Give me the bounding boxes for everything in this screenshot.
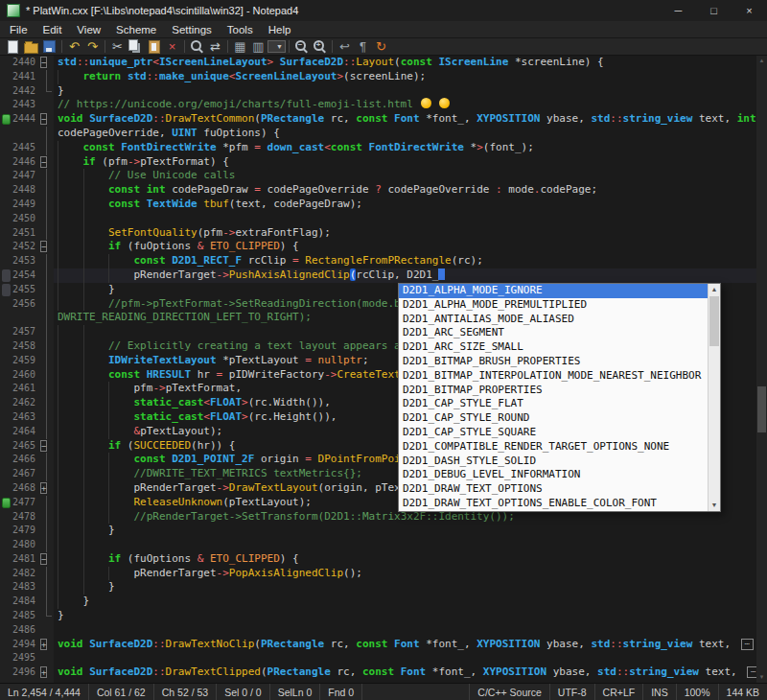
autocomplete-item[interactable]: D2D1_CAP_STYLE_ROUND [399,411,708,426]
status-zoom-level[interactable]: 100% [676,684,718,700]
line-number[interactable]: 2451 [12,226,40,241]
bookmark-margin-cell[interactable] [0,268,12,283]
code-text[interactable]: const FontDirectWrite *pfm = down_cast<c… [54,141,756,155]
status-character[interactable]: Ch 52 / 53 [154,684,217,700]
bookmark-margin-cell[interactable] [0,595,12,609]
fold-margin-cell[interactable] [40,382,54,396]
line-number[interactable]: 2464 [12,425,40,439]
autocomplete-item[interactable]: D2D1_CAP_STYLE_FLAT [399,397,708,411]
line-number[interactable]: 2482 [12,567,40,581]
status-position[interactable]: Ln 2,454 / 4,444 [0,684,89,700]
line-number[interactable]: 2446 [12,155,40,170]
line-number[interactable]: 2456 [12,297,40,312]
line-number[interactable]: 2477 [12,496,40,510]
autocomplete-item[interactable]: D2D1_ARC_SEGMENT [399,326,708,340]
fold-margin-cell[interactable] [40,141,54,155]
bookmark-margin-cell[interactable] [0,524,12,538]
fold-collapse-icon[interactable]: − [40,553,47,565]
line-number[interactable]: 2448 [12,183,40,198]
fold-expand-icon[interactable]: + [40,639,47,650]
fold-margin-cell[interactable] [40,538,54,552]
line-number[interactable]: 2462 [12,396,40,410]
fold-margin-cell[interactable] [40,453,54,467]
fold-expand-icon[interactable]: + [40,666,47,678]
line-number[interactable]: 2494 [12,638,40,652]
fold-collapse-icon[interactable]: − [40,57,47,68]
toggle-whitespace-button[interactable]: ▦ [231,38,249,55]
autocomplete-scroll-thumb[interactable] [709,296,719,346]
autocomplete-item[interactable]: D2D1_ANTIALIAS_MODE_ALIASED [399,313,708,327]
line-number[interactable]: 2455 [12,283,40,297]
fold-margin-cell[interactable]: − [40,155,54,170]
line-number[interactable]: 2443 [12,98,40,112]
line-number[interactable]: 2459 [12,354,40,368]
fold-margin-cell[interactable] [40,325,54,339]
fold-margin-cell[interactable] [40,183,54,198]
code-text[interactable]: std::unique_ptr<IScreenLineLayout> Surfa… [54,56,756,70]
code-text[interactable]: const TextWide tbuf(text, codePageDraw); [54,198,756,212]
bookmark-margin-cell[interactable] [0,567,12,581]
autocomplete-item[interactable]: D2D1_ARC_SIZE_SMALL [399,340,708,355]
code-text[interactable] [54,651,756,665]
code-text[interactable]: void SurfaceD2D::DrawTextNoClip(PRectang… [54,638,756,652]
editor[interactable]: 2440−std::unique_ptr<IScreenLineLayout> … [0,56,767,683]
code-text[interactable]: SetFontQuality(pfm->extraFontFlag); [54,226,756,241]
title-bar[interactable]: * PlatWin.cxx [F:\Libs\notepad4\scintill… [0,0,767,21]
bookmark-margin-cell[interactable] [0,183,12,198]
replace-button[interactable]: ⇄ [206,38,224,55]
line-number[interactable]: 2463 [12,410,40,425]
status-syntax-scheme[interactable]: C/C++ Source [469,684,549,700]
line-number[interactable]: 2485 [12,609,40,623]
fold-margin-cell[interactable] [40,580,54,595]
line-number[interactable]: 2496 [12,665,40,680]
autocomplete-item[interactable]: D2D1_BITMAP_PROPERTIES [399,384,708,398]
copy-button[interactable] [127,38,145,55]
code-text[interactable] [54,538,756,552]
line-number[interactable]: 2458 [12,339,40,354]
menu-tools[interactable]: Tools [220,21,261,37]
line-number[interactable]: 2445 [12,141,40,155]
bookmark-margin-cell[interactable] [0,382,12,396]
line-number[interactable]: 2486 [12,623,40,638]
bookmark-margin-cell[interactable] [0,112,12,127]
fold-margin-cell[interactable]: + [40,638,54,652]
bookmark-margin-cell[interactable] [0,127,12,141]
status-overtype-mode[interactable]: INS [642,684,676,700]
code-text[interactable]: if (fuOptions & ETO_CLIPPED) { [54,552,756,567]
paste-button[interactable] [145,38,163,55]
fold-margin-cell[interactable] [40,226,54,241]
close-button[interactable]: × [732,0,767,21]
menu-settings[interactable]: Settings [164,21,220,37]
bookmark-margin-cell[interactable] [0,481,12,496]
minimize-button[interactable]: ─ [661,0,696,21]
code-text[interactable] [54,212,756,226]
fold-margin-cell[interactable] [40,98,54,112]
word-wrap-button[interactable]: ↩ [336,38,354,55]
status-selected-lines[interactable]: SelLn 0 [270,684,321,700]
fold-margin-cell[interactable]: − [40,240,54,254]
fold-margin-cell[interactable] [40,410,54,425]
line-number[interactable]: 2450 [12,212,40,226]
code-text[interactable]: pRenderTarget->PushAxisAlignedClip(rcCli… [54,268,756,283]
fold-margin-cell[interactable] [40,127,54,141]
autocomplete-item[interactable]: D2D1_DEBUG_LEVEL_INFORMATION [399,468,708,482]
fold-margin-cell[interactable] [40,354,54,368]
line-number[interactable]: 2466 [12,453,40,467]
bookmark-margin-cell[interactable] [0,496,12,510]
fold-margin-cell[interactable] [40,510,54,525]
code-text[interactable]: pRenderTarget->PopAxisAlignedClip(); [54,567,756,581]
fold-margin-cell[interactable]: + [40,481,54,496]
bookmark-margin-cell[interactable] [0,155,12,170]
bookmark-margin-cell[interactable] [0,623,12,638]
status-column[interactable]: Col 61 / 62 [89,684,154,700]
fold-margin-cell[interactable] [40,169,54,183]
code-text[interactable]: if (pfm->pTextFormat) { [54,155,756,170]
bookmark-margin-cell[interactable] [0,254,12,268]
bookmark-margin-cell[interactable] [0,84,12,99]
menu-scheme[interactable]: Scheme [108,21,164,37]
bookmark-margin-cell[interactable] [0,552,12,567]
line-number[interactable]: 2449 [12,198,40,212]
cut-button[interactable]: ✂ [108,38,127,55]
line-number[interactable]: 2484 [12,595,40,609]
autocomplete-item[interactable]: D2D1_BITMAP_BRUSH_PROPERTIES [399,355,708,369]
